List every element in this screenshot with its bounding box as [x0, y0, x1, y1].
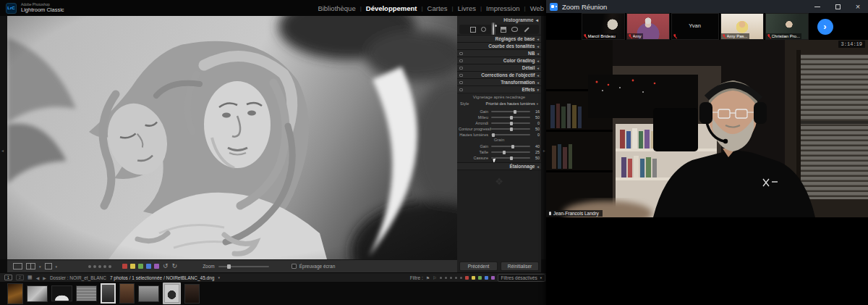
panel-header-nb[interactable]: NB◂: [457, 49, 541, 57]
crop-tool-icon[interactable]: [470, 27, 476, 33]
minimize-button[interactable]: [807, 0, 827, 13]
slider-handle[interactable]: [510, 122, 513, 125]
participant-tile-amy-pas[interactable]: Amy Pas...: [720, 13, 764, 40]
panel-toggle-icon[interactable]: [459, 81, 463, 84]
module-developpement[interactable]: Développement: [366, 4, 417, 12]
vignette-style-dropdown[interactable]: Priorité des hautes lumières: [486, 101, 535, 106]
red-filter-chip[interactable]: [465, 276, 469, 280]
zoom-titlebar[interactable]: Zoom Réunion ×: [546, 0, 868, 13]
module-web[interactable]: Web: [530, 4, 544, 12]
folder-breadcrumb[interactable]: Dossier : NOIR_et_BLANC: [50, 275, 106, 280]
slider-handle[interactable]: [510, 116, 513, 120]
panel-header-color-grading[interactable]: Color Grading◂: [457, 57, 541, 64]
before-after-view-icon[interactable]: [26, 263, 35, 270]
reset-button[interactable]: Réinitialiser: [501, 262, 539, 271]
slider-handle[interactable]: [492, 133, 495, 137]
participant-tile-marcil[interactable]: Marcil Brideau: [582, 13, 625, 40]
slider-track[interactable]: [491, 128, 530, 130]
slider-track[interactable]: [491, 117, 530, 118]
slider-handle[interactable]: [511, 145, 514, 149]
zoom-slider[interactable]: [218, 266, 269, 267]
adjustment-brush-icon[interactable]: [523, 27, 529, 33]
maximize-button[interactable]: [827, 0, 848, 13]
previous-button[interactable]: Précédent: [459, 262, 498, 271]
slider-track[interactable]: [491, 134, 530, 135]
graduated-filter-icon[interactable]: [501, 27, 506, 33]
panel-toggle-icon[interactable]: [459, 52, 463, 55]
forward-arrow-icon[interactable]: ▶: [43, 275, 46, 280]
filmstrip-thumbnail[interactable]: [76, 285, 97, 301]
monitor-1-icon[interactable]: 1: [4, 275, 12, 280]
expand-left-panel-icon[interactable]: ◂: [1, 148, 4, 153]
slider-track[interactable]: [491, 122, 530, 124]
rotate-left-icon[interactable]: ↺: [163, 263, 169, 270]
rating-dots[interactable]: [88, 265, 111, 268]
participant-tile-yvan[interactable]: Yvan: [671, 13, 719, 40]
radial-filter-icon[interactable]: [511, 27, 518, 32]
slider-handle[interactable]: [514, 110, 516, 114]
flag-reject-icon[interactable]: ⚐: [433, 275, 436, 280]
slider-track[interactable]: [491, 111, 530, 112]
slider-track[interactable]: [491, 146, 530, 147]
participant-tile-amy[interactable]: Amy: [626, 13, 670, 40]
flag-pick-icon[interactable]: ⚑: [426, 275, 430, 280]
panel-header-effets[interactable]: Effets▾: [457, 85, 541, 93]
filmstrip-thumbnail[interactable]: [119, 283, 135, 304]
panel-header-transformation[interactable]: Transformation◂: [457, 78, 541, 85]
slider-handle[interactable]: [510, 128, 513, 131]
red-label-chip[interactable]: [122, 264, 127, 269]
module-cartes[interactable]: Cartes: [427, 4, 448, 12]
active-speaker-video[interactable]: 3:14:19 Jean-Francois Landry: [546, 40, 868, 217]
module-bibliotheque[interactable]: Bibliothèque: [318, 4, 355, 12]
panel-header-corrections-objectif[interactable]: Corrections de l'objectif◂: [457, 71, 541, 78]
monitor-2-icon[interactable]: 2: [16, 275, 24, 280]
filmstrip-thumbnail[interactable]: [51, 285, 72, 301]
panel-header-etalonnage[interactable]: Étalonnage◂: [457, 162, 541, 170]
filmstrip-thumbnail-selected[interactable]: [163, 283, 181, 304]
purple-label-chip[interactable]: [154, 264, 159, 269]
panel-header-courbe-tonalites[interactable]: Courbe des tonalités◂: [457, 42, 541, 49]
collapse-right-panel-icon[interactable]: ▸: [543, 148, 545, 153]
panel-header-detail[interactable]: Détail◂: [457, 64, 541, 71]
slider-track[interactable]: [491, 151, 530, 153]
loupe-view-icon[interactable]: [13, 263, 22, 270]
panel-toggle-icon[interactable]: [459, 88, 463, 91]
green-label-chip[interactable]: [138, 264, 143, 269]
panel-toggle-icon[interactable]: [459, 59, 463, 62]
reference-view-icon[interactable]: [45, 263, 52, 270]
module-livres[interactable]: Livres: [458, 4, 476, 12]
slider-handle[interactable]: [510, 156, 513, 160]
blue-label-chip[interactable]: [146, 264, 151, 269]
panel-toggle-icon[interactable]: [459, 74, 463, 77]
panel-toggle-icon[interactable]: [459, 67, 463, 70]
zoom-slider-handle[interactable]: [227, 264, 231, 269]
filmstrip-thumbnail[interactable]: [101, 283, 116, 304]
filmstrip-thumbnail[interactable]: [184, 284, 200, 304]
histogram-panel-header[interactable]: Histogramme ◂: [457, 16, 541, 24]
green-filter-chip[interactable]: [478, 276, 482, 280]
participant-tile-christian[interactable]: Christian Pro...: [765, 13, 809, 40]
purple-filter-chip[interactable]: [491, 276, 495, 280]
redeye-tool-icon[interactable]: [493, 22, 494, 36]
close-button[interactable]: ×: [848, 0, 868, 13]
yellow-label-chip[interactable]: [130, 264, 135, 269]
develop-photo-canvas[interactable]: [7, 16, 457, 259]
yellow-filter-chip[interactable]: [472, 276, 475, 280]
filmstrip-thumbnail[interactable]: [138, 285, 159, 302]
softproof-checkbox[interactable]: [292, 264, 297, 269]
selection-info[interactable]: 7 photos / 1 sélectionnée / NOIRetBLANC_…: [110, 275, 215, 280]
filmstrip-thumbnail[interactable]: [27, 285, 48, 302]
blue-filter-chip[interactable]: [485, 276, 488, 280]
module-impression[interactable]: Impression: [486, 4, 519, 12]
next-participants-button[interactable]: ›: [817, 19, 833, 35]
filter-preset-dropdown[interactable]: Filtres désactivés ▾: [498, 274, 545, 282]
slider-track[interactable]: [491, 157, 530, 159]
filmstrip-thumbnail[interactable]: [7, 283, 23, 304]
color-label-chips[interactable]: [122, 264, 159, 269]
panel-header-reglages-de-base[interactable]: Réglages de base◂: [457, 35, 541, 42]
slider-handle[interactable]: [503, 151, 506, 154]
left-panel-collapsed[interactable]: ◂: [0, 16, 7, 259]
heal-tool-icon[interactable]: [481, 27, 486, 32]
grid-view-icon[interactable]: ▦: [27, 275, 33, 280]
rotate-right-icon[interactable]: ↻: [172, 263, 178, 270]
